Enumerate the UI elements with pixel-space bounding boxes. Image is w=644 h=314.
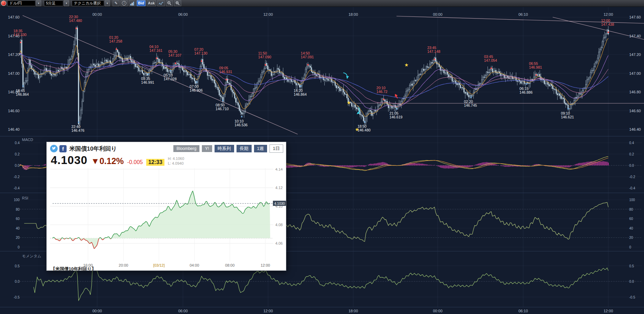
macd-axis-label-left: 0.4 [15,141,20,145]
rsi-panel-label: RSI [22,196,28,200]
time-axis-label-top: 12:00 [603,12,613,16]
rsi-axis-label-right: 60 [629,217,633,221]
pair-dropdown-button[interactable]: ▼ [36,0,41,6]
price-axis-label-right: 147.00 [629,71,641,75]
technical-select[interactable]: テクニカル選択 [72,0,104,6]
rsi-axis-label-left: 60 [16,217,20,221]
popup-tab-6[interactable]: 1日 [269,144,283,153]
price-annotation: 02:20146.745 [464,100,477,107]
star-marker: ★ [355,127,359,132]
rsi-axis-label-right: 40 [629,226,633,230]
zoom-in-button[interactable] [174,0,181,6]
macd-axis-label-right: 0.2 [629,152,634,156]
rsi-axis-label-left: 100 [14,198,20,202]
price-annotation: 05:10147.028 [164,73,177,81]
yield-high: H: 4.1060 [168,156,184,161]
facebook-share-icon[interactable]: f [59,145,67,152]
info-icon: i [122,1,126,5]
yield-current-price-chip: 4.1030 [274,202,285,206]
popup-footer-text: 【米国債10年利回り】 [51,266,96,271]
time-axis-label-bottom: 12:00 [603,309,613,313]
price-axis-label-left: 147.00 [8,71,20,75]
price-annotation: 05:30147.107 [168,49,181,57]
zoom-out-button[interactable] [166,0,173,6]
price-annotation: 18:50146.480 [357,124,370,132]
wave-chart-button[interactable] [157,0,165,6]
drawn-arrow-marker [342,73,349,79]
yield-y-axis-label: 4.14 [275,168,283,171]
yield-x-axis-label: 08:00 [225,263,235,267]
price-annotation: 08:50146.710 [216,103,229,111]
price-annotation: 09:10146.621 [561,111,574,119]
rsi-axis-label-left: 20 [16,236,20,240]
yield-quote-time: 12:33 [146,159,164,166]
macd-panel-label: MACD [22,138,33,142]
price-annotation: 14:20146.864 [294,89,307,96]
price-annotation: 07:00146.906 [189,84,203,92]
popup-tab-2[interactable]: Y! [202,145,212,152]
timeframe-dropdown-button[interactable]: ▼ [64,0,69,6]
momentum-axis-label-left: 0.0 [15,280,20,283]
pair-select[interactable]: ドル/円 [7,0,35,6]
popup-tab-4[interactable]: 長期 [237,145,252,152]
timeframe-select[interactable]: 5分足 [44,0,63,6]
yield-x-axis-label: [03/12] [153,263,165,267]
price-axis-label-left: 146.40 [8,127,20,131]
pencil-icon: ✎ [114,1,117,5]
momentum-panel-label: モメンタム [22,254,41,258]
price-annotation: 18:35147.330 [13,29,26,37]
time-axis-label-bottom: 06:00 [178,309,188,313]
yield-change: -0.005 [127,159,143,165]
price-axis-label-left: 147.20 [8,53,20,57]
popup-tab-5[interactable]: 1週 [254,145,267,152]
yield-y-axis-label: 4.08 [275,223,283,227]
macd-axis-label-right: -0.4 [629,186,635,190]
popup-tab-1[interactable]: Bloomberg [173,145,199,152]
price-axis-label-right: 146.80 [629,90,641,94]
bar-chart-button[interactable] [129,0,136,6]
twitter-share-icon[interactable] [50,145,58,152]
price-axis-label-right: 147.20 [629,53,641,57]
info-button[interactable]: i [120,0,128,6]
time-axis-label-bottom: 06:10 [518,309,528,313]
zoom-out-icon [167,1,172,5]
rsi-axis-label-left: 40 [16,226,20,230]
price-annotation: 20:10146.72 [377,86,388,94]
ask-button[interactable]: Ask [147,0,156,6]
draw-pencil-button[interactable]: ✎ [113,0,119,6]
price-annotation: 18:45146.864 [16,89,29,96]
momentum-axis-label-left: 0.5 [15,264,20,268]
wave-chart-icon [159,1,163,5]
price-annotation: 11:50147.090 [258,51,271,59]
time-axis-label-top: 00:00 [92,12,102,16]
yield-high-low: H: 4.1060 L: 4.0940 [168,156,184,166]
bid-button[interactable]: Bid [137,0,146,6]
momentum-axis-label-left: -0.5 [14,295,20,299]
toolbar: ドル/円 ▼ 5分足 ▼ テクニカル選択 ▼ ✎ i Bid Ask [0,0,644,7]
rsi-axis-label-right: 20 [629,236,633,240]
rsi-axis-label-right: 100 [629,198,635,202]
popup-tab-3[interactable]: 時系列 [215,145,234,152]
momentum-axis-label-right: 0.0 [629,280,634,283]
time-axis-label-bottom: 12:00 [263,309,273,313]
popup-title: 米国債10年利回り [69,145,117,153]
popup-tabs: BloombergY!時系列長期1週1日 [173,144,283,153]
time-axis-label-top: 18:00 [348,12,358,16]
time-axis-label-bottom: 00:00 [433,309,442,313]
pair-flag-icon [1,1,6,6]
yield-x-axis-label: 04:00 [190,263,199,267]
price-annotation: 01:20147.258 [109,35,122,43]
time-axis-label-bottom: 00:00 [92,309,102,313]
technical-dropdown-button[interactable]: ▼ [105,0,110,6]
popup-price-row: 4.1030 ▼0.12% -0.005 12:33 H: 4.1060 L: … [47,154,286,168]
yield-change-percent: ▼0.12% [91,156,124,166]
price-annotation: 22:40146.476 [71,125,84,132]
momentum-axis-label-right: 0.5 [629,264,634,268]
yield-chart[interactable]: 4.144.124.104.084.0616:0020:00[03/12]04:… [47,168,286,271]
zoom-in-icon [175,1,180,5]
price-annotation: 04:10147.161 [149,45,162,53]
candlestick-series [19,26,609,127]
price-axis-label-left: 147.60 [8,15,20,19]
bar-chart-icon [130,1,134,5]
price-annotation: 21:05146.619 [389,111,402,119]
